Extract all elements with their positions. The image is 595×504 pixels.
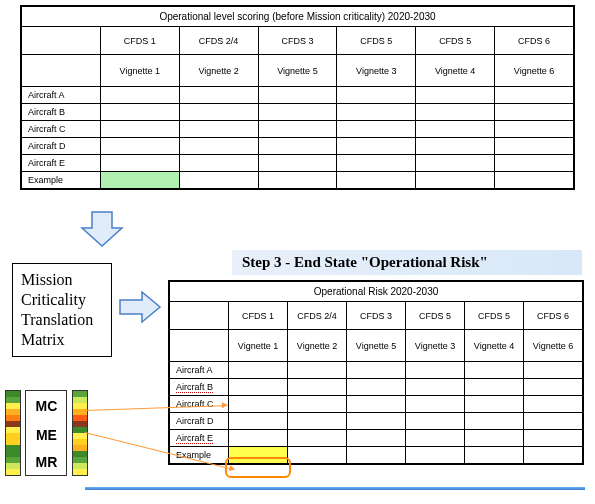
- col-header: CFDS 6: [495, 27, 574, 55]
- mission-line: Criticality: [21, 290, 103, 310]
- vignette-header: Vignette 6: [495, 55, 574, 87]
- label-mc: MC: [26, 391, 66, 421]
- step-3-label: Step 3 - End State "Operational Risk": [232, 250, 582, 275]
- vignette-header: Vignette 2: [288, 330, 347, 362]
- vignette-header: Vignette 5: [258, 55, 337, 87]
- mission-line: Matrix: [21, 330, 103, 350]
- row-label: Aircraft A: [22, 87, 101, 104]
- col-header: CFDS 5: [465, 302, 524, 330]
- operational-risk-table: Operational Risk 2020-2030 CFDS 1 CFDS 2…: [168, 280, 584, 465]
- vignette-header: Vignette 4: [416, 55, 495, 87]
- vignette-header: Vignette 1: [229, 330, 288, 362]
- example-cell-yellow: [229, 447, 288, 464]
- bottom-table-title: Operational Risk 2020-2030: [170, 282, 583, 302]
- label-mr: MR: [26, 449, 66, 475]
- vignette-header: Vignette 3: [406, 330, 465, 362]
- top-table-title: Operational level scoring (before Missio…: [22, 7, 574, 27]
- label-me: ME: [26, 421, 66, 449]
- vignette-header: Vignette 2: [179, 55, 258, 87]
- row-label: Aircraft D: [170, 413, 229, 430]
- col-header: CFDS 2/4: [288, 302, 347, 330]
- row-label: Aircraft C: [22, 121, 101, 138]
- vignette-header: Vignette 3: [337, 55, 416, 87]
- col-header: CFDS 5: [416, 27, 495, 55]
- row-label: Aircraft A: [170, 362, 229, 379]
- right-arrow-icon: [118, 290, 162, 324]
- col-header: CFDS 3: [347, 302, 406, 330]
- row-label: Aircraft E: [22, 155, 101, 172]
- col-header: CFDS 1: [100, 27, 179, 55]
- example-cell-green: [100, 172, 179, 189]
- row-label: Aircraft B: [22, 104, 101, 121]
- vignette-header: Vignette 6: [524, 330, 583, 362]
- col-header: CFDS 5: [406, 302, 465, 330]
- vignette-header: Vignette 1: [100, 55, 179, 87]
- vignette-header: Vignette 5: [347, 330, 406, 362]
- color-translation-chart: MC ME MR: [5, 390, 88, 476]
- mission-line: Translation: [21, 310, 103, 330]
- col-header: CFDS 5: [337, 27, 416, 55]
- mission-criticality-box: Mission Criticality Translation Matrix: [12, 263, 112, 357]
- row-label: Aircraft E: [170, 430, 229, 447]
- top-scoring-table: Operational level scoring (before Missio…: [20, 5, 575, 190]
- col-header: CFDS 6: [524, 302, 583, 330]
- col-header: CFDS 3: [258, 27, 337, 55]
- col-header: CFDS 1: [229, 302, 288, 330]
- row-label: Example: [22, 172, 101, 189]
- row-label: Aircraft C: [170, 396, 229, 413]
- mission-line: Mission: [21, 270, 103, 290]
- col-header: CFDS 2/4: [179, 27, 258, 55]
- vignette-header: Vignette 4: [465, 330, 524, 362]
- blue-divider-line: [85, 487, 585, 490]
- row-label: Aircraft D: [22, 138, 101, 155]
- down-arrow-icon: [80, 210, 124, 250]
- row-label: Aircraft B: [170, 379, 229, 396]
